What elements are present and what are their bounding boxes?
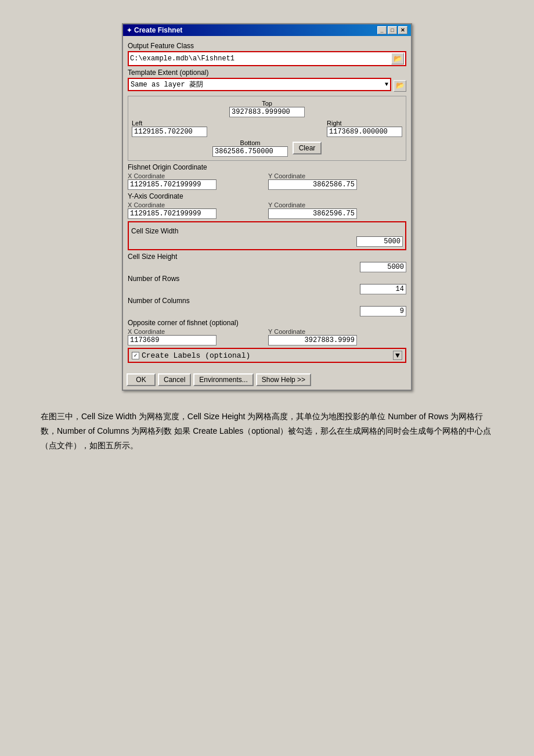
clear-button[interactable]: Clear <box>293 142 322 154</box>
right-value-input[interactable] <box>327 127 402 137</box>
y-axis-y-col: Y Coordinate <box>268 201 406 219</box>
num-rows-section: Number of Rows <box>128 275 406 294</box>
y-axis-x-col: X Coordinate <box>128 201 266 219</box>
cell-size-height-section: Cell Size Height <box>128 253 406 272</box>
ok-button[interactable]: OK <box>127 373 156 386</box>
cell-size-width-label: Cell Size Width <box>131 227 403 235</box>
minimize-button[interactable]: _ <box>377 26 387 34</box>
dropdown-indicator[interactable]: ▼ <box>393 351 402 360</box>
bottom-label: Bottom <box>240 139 261 146</box>
template-extent-label: Template Extent (optional) <box>128 69 406 77</box>
num-cols-label: Number of Columns <box>128 297 406 305</box>
cell-size-height-label: Cell Size Height <box>128 253 406 261</box>
left-value-input[interactable] <box>132 127 207 137</box>
extent-top-group: Top <box>132 100 402 117</box>
fishnet-origin-y-input[interactable] <box>268 179 357 190</box>
y-axis-group: Y-Axis Coordinate X Coordinate Y Coordin… <box>128 192 406 219</box>
y-axis-y-label: Y Coordinate <box>268 201 406 208</box>
output-feature-class-label: Output Feature Class <box>128 42 406 50</box>
cell-size-height-row <box>128 262 406 272</box>
extent-group: Top Left Right B <box>128 96 406 161</box>
dropdown-arrow-icon: ▼ <box>385 81 388 88</box>
top-value-input[interactable] <box>229 107 305 117</box>
num-cols-section: Number of Columns <box>128 297 406 316</box>
template-browse-button[interactable]: 📂 <box>394 80 406 92</box>
template-extent-row: Same as layer 菱阴 ▼ 📂 <box>128 78 406 93</box>
dialog-body: Output Feature Class C:\example.mdb\a\Fi… <box>123 36 411 371</box>
fishnet-origin-group: Fishnet Origin Coordinate X Coordinate Y… <box>128 163 406 190</box>
environments-button[interactable]: Environments... <box>193 373 253 386</box>
cell-size-width-section: Cell Size Width <box>128 221 406 250</box>
num-cols-row <box>128 306 406 316</box>
fishnet-origin-x-col: X Coordinate <box>128 172 266 190</box>
template-extent-dropdown[interactable]: Same as layer 菱阴 ▼ <box>128 78 391 91</box>
output-browse-button[interactable]: 📂 <box>391 53 404 64</box>
bottom-buttons: OK Cancel Environments... Show Help >> <box>123 371 411 390</box>
fishnet-origin-label: Fishnet Origin Coordinate <box>128 163 406 171</box>
num-cols-input[interactable] <box>360 306 406 316</box>
num-rows-input[interactable] <box>360 284 406 294</box>
y-axis-x-label: X Coordinate <box>128 201 266 208</box>
titlebar-left: ✦ Create Fishnet <box>127 26 182 34</box>
opposite-x-col: X Coordinate <box>128 328 266 345</box>
extent-left-group: Left <box>132 120 207 137</box>
description-text: 在图三中，Cell Size Width 为网格宽度，Cell Size Hei… <box>35 409 499 453</box>
maximize-button[interactable]: □ <box>388 26 397 34</box>
extent-middle-group: Left Right <box>132 120 402 137</box>
top-label: Top <box>259 100 275 107</box>
template-extent-value: Same as layer 菱阴 <box>131 80 203 89</box>
bottom-value-input[interactable] <box>212 146 288 157</box>
opposite-x-label: X Coordinate <box>128 328 266 335</box>
dialog-title: Create Fishnet <box>134 26 182 34</box>
create-labels-checkbox[interactable]: ✓ <box>132 352 139 359</box>
cell-size-width-input[interactable] <box>356 236 403 247</box>
dialog-icon: ✦ <box>127 27 132 34</box>
opposite-corner-label: Opposite corner of fishnet (optional) <box>128 319 406 327</box>
y-axis-x-input[interactable] <box>128 208 217 219</box>
dialog-titlebar: ✦ Create Fishnet _ □ ✕ <box>123 24 411 36</box>
bottom-group: Bottom <box>212 139 288 157</box>
left-label: Left <box>132 120 142 127</box>
right-label: Right <box>327 120 342 127</box>
output-feature-class-value: C:\example.mdb\a\Fishnet1 <box>130 55 391 63</box>
fishnet-origin-y-label: Y Coordinate <box>268 172 406 179</box>
fishnet-origin-y-col: Y Coordinate <box>268 172 406 190</box>
create-fishnet-dialog: ✦ Create Fishnet _ □ ✕ Output Feature Cl… <box>122 23 412 391</box>
fishnet-origin-row: X Coordinate Y Coordinate <box>128 172 406 190</box>
y-axis-row: X Coordinate Y Coordinate <box>128 201 406 219</box>
extent-right-group: Right <box>327 120 402 137</box>
y-axis-y-input[interactable] <box>268 208 357 219</box>
opposite-y-col: Y Coordinate <box>268 328 406 345</box>
fishnet-origin-x-input[interactable] <box>128 179 217 190</box>
show-help-button[interactable]: Show Help >> <box>256 373 311 386</box>
close-button[interactable]: ✕ <box>398 26 407 34</box>
y-axis-label: Y-Axis Coordinate <box>128 192 406 200</box>
cell-size-height-input[interactable] <box>360 262 406 272</box>
opposite-x-input[interactable] <box>128 335 217 345</box>
extent-bottom-group: Bottom Clear <box>132 139 402 157</box>
output-feature-class-field: C:\example.mdb\a\Fishnet1 📂 <box>128 51 406 66</box>
opposite-corner-row: X Coordinate Y Coordinate <box>128 328 406 345</box>
cell-size-width-row <box>131 236 403 247</box>
cancel-button[interactable]: Cancel <box>158 373 191 386</box>
opposite-corner-group: Opposite corner of fishnet (optional) X … <box>128 319 406 345</box>
opposite-y-label: Y Coordinate <box>268 328 406 335</box>
description-content: 在图三中，Cell Size Width 为网格宽度，Cell Size Hei… <box>41 412 491 450</box>
titlebar-buttons: _ □ ✕ <box>377 26 407 34</box>
num-rows-row <box>128 284 406 294</box>
opposite-y-input[interactable] <box>268 335 357 345</box>
fishnet-origin-x-label: X Coordinate <box>128 172 266 179</box>
create-labels-row: ✓ Create Labels (optional) ▼ <box>128 348 406 363</box>
create-labels-label: Create Labels (optional) <box>142 351 250 360</box>
num-rows-label: Number of Rows <box>128 275 406 283</box>
